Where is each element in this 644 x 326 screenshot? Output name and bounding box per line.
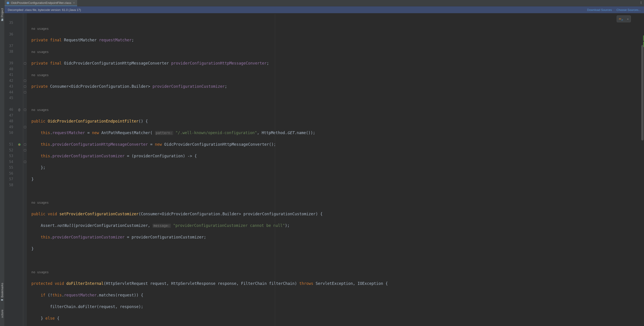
structure-tool-button[interactable]: ucture: [0, 308, 4, 319]
svg-point-3: [641, 2, 641, 3]
code-area[interactable]: no usages private final RequestMatcher r…: [27, 13, 644, 326]
inspection-close-icon[interactable]: ×: [627, 17, 629, 21]
tabs-more-icon[interactable]: [640, 1, 643, 5]
error-stripe-mark[interactable]: [643, 42, 644, 47]
tab-title: OidcProviderConfigurationEndpointFilter.…: [11, 1, 71, 4]
choose-sources-link[interactable]: Choose Sources...: [616, 8, 641, 11]
scrollbar-thumb[interactable]: [641, 45, 644, 140]
tool-window-bar: Project Bookmarks ucture: [0, 0, 4, 326]
class-file-icon: 01: [6, 1, 10, 4]
file-tab[interactable]: 01 OidcProviderConfigurationEndpointFilt…: [4, 0, 77, 6]
banner-text: Decompiled .class file, bytecode version…: [8, 8, 81, 11]
fold-gutter[interactable]: [23, 13, 27, 326]
svg-point-2: [641, 1, 641, 2]
error-stripe-mark[interactable]: [643, 35, 644, 41]
inspection-m-icon: m⟳: [619, 17, 623, 21]
override-annotation-icon[interactable]: @: [18, 108, 20, 112]
svg-point-4: [641, 3, 641, 4]
inspection-widget[interactable]: m⟳ ×: [617, 15, 631, 22]
override-method-icon[interactable]: [18, 143, 21, 146]
editor-tabs: 01 OidcProviderConfigurationEndpointFilt…: [4, 0, 644, 6]
project-tool-button[interactable]: Project: [0, 7, 4, 24]
code-editor[interactable]: 35 36 37 38 39 40 41 42 43 44 45 46 47 4…: [4, 13, 644, 326]
bookmark-icon: [1, 299, 4, 302]
close-tab-icon[interactable]: ×: [72, 1, 75, 4]
bookmarks-tool-button[interactable]: Bookmarks: [0, 282, 4, 304]
line-number-gutter: 35 36 37 38 39 40 41 42 43 44 45 46 47 4…: [4, 13, 16, 326]
download-sources-link[interactable]: Download Sources: [587, 8, 612, 11]
scrollbar-track[interactable]: [641, 13, 644, 326]
folder-icon: [1, 18, 4, 21]
decompiled-notification-bar: Decompiled .class file, bytecode version…: [4, 6, 644, 13]
svg-text:01: 01: [7, 2, 9, 4]
gutter-markers: @: [16, 13, 23, 326]
